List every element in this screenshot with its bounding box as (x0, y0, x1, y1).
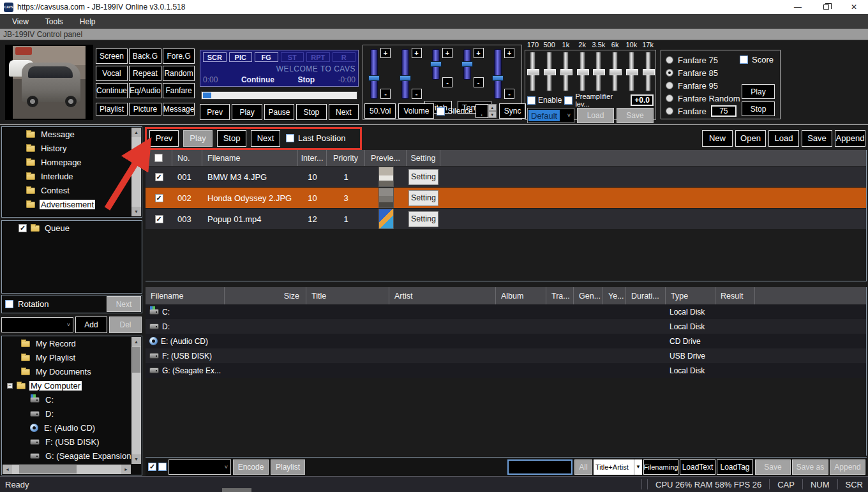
col-setting[interactable]: Setting (407, 150, 440, 166)
search-all-button[interactable]: All (574, 459, 592, 475)
col-interval[interactable]: Inter... (298, 150, 327, 166)
tree-item-my-documents[interactable]: My Documents (2, 364, 142, 378)
col-year[interactable]: Ye... (603, 287, 626, 304)
vol50-plus-button[interactable]: + (380, 48, 391, 58)
col-track[interactable]: Tra... (546, 287, 574, 304)
tree-item-drive-g[interactable]: G: (Seagate Expansion (2, 449, 142, 463)
playlist-append-button[interactable]: Append (835, 130, 865, 147)
loadtext-button[interactable]: LoadText (680, 459, 715, 475)
col-duration[interactable]: Durati... (626, 287, 666, 304)
playlist-open-button[interactable]: Open (735, 130, 766, 147)
seek-bar[interactable] (201, 91, 357, 100)
col-type[interactable]: Type (666, 287, 715, 304)
eq-band-3-slider[interactable] (563, 52, 569, 91)
col-genre[interactable]: Gen... (574, 287, 603, 304)
fanfare-random-radio[interactable] (666, 94, 673, 102)
file-save-button[interactable]: Save (755, 459, 791, 475)
tempo-minus-button[interactable]: - (474, 77, 484, 87)
prev-button[interactable]: Prev (200, 104, 230, 120)
category-tree-scrollbar[interactable]: ▲ ▼ (131, 128, 141, 216)
tempo-plus-button[interactable]: + (474, 48, 484, 58)
queue-item[interactable]: ✓ Queue (2, 221, 142, 235)
fanfare-custom-radio[interactable] (666, 107, 673, 115)
col-filename[interactable]: Filename (202, 150, 298, 166)
setting-button[interactable]: Setting (408, 190, 438, 206)
sidebar-item-interlude[interactable]: Interlude (2, 169, 142, 183)
preamplifier-checkbox[interactable] (564, 96, 572, 105)
scroll-right-icon[interactable]: ► (121, 465, 131, 474)
close-button[interactable]: ✕ (840, 0, 868, 14)
background-button[interactable]: Back.G (129, 48, 161, 64)
seek-thumb[interactable] (203, 93, 211, 98)
col-artist[interactable]: Artist (389, 287, 496, 304)
scroll-down-icon[interactable]: ▼ (131, 207, 141, 216)
tree-item-my-playlist[interactable]: My Playlist (2, 350, 142, 364)
vocal-button[interactable]: Vocal (96, 66, 128, 81)
minimize-button[interactable]: — (784, 0, 812, 14)
scroll-down-icon[interactable]: ▼ (131, 454, 141, 464)
eq-load-button[interactable]: Load (577, 108, 614, 123)
eq-band-6-slider[interactable] (612, 52, 618, 91)
repeat-button[interactable]: Repeat (129, 66, 161, 81)
volume-minus-button[interactable]: - (412, 89, 422, 99)
pitch-minus-button[interactable]: - (442, 77, 453, 87)
tree-item-drive-c[interactable]: C: (2, 392, 142, 406)
col-no[interactable]: No. (172, 150, 202, 166)
encode-button[interactable]: Encode (233, 459, 269, 475)
volume-slider[interactable] (401, 49, 409, 99)
eq-enable-checkbox[interactable] (527, 96, 535, 105)
score-checkbox[interactable] (740, 56, 748, 64)
next-button[interactable]: Next (329, 104, 359, 120)
tempo-slider[interactable] (463, 49, 471, 80)
last-position-checkbox[interactable] (286, 134, 294, 142)
eq-band-2-slider[interactable] (546, 52, 552, 91)
continue-button[interactable]: Continue (96, 83, 128, 98)
playlist-load-button[interactable]: Load (768, 130, 799, 147)
message-button[interactable]: Message (163, 103, 195, 116)
menu-view[interactable]: View (4, 14, 37, 29)
playlist-next-button[interactable]: Next (251, 130, 280, 147)
playlist-stop-button[interactable]: Stop (217, 130, 246, 147)
eq-band-7-slider[interactable] (629, 52, 634, 91)
spinner-up-icon[interactable]: ▲ (488, 104, 497, 111)
tree-item-drive-f[interactable]: F: (USB DISK) (2, 435, 142, 449)
col-priority[interactable]: Priority (327, 150, 365, 166)
foreground-button[interactable]: Fore.G (163, 48, 195, 64)
rotation-checkbox[interactable] (5, 300, 13, 308)
restore-button[interactable] (812, 0, 840, 14)
file-row-drive-g[interactable]: G: (Seagate Ex... Local Disk (146, 363, 866, 378)
pause-button[interactable]: Pause (264, 104, 294, 120)
sidebar-item-history[interactable]: History (2, 141, 142, 155)
computer-tree-hscrollbar[interactable]: ◄ ► (3, 465, 131, 474)
encode-format-dropdown[interactable]: ˅ (168, 459, 231, 475)
row-checkbox[interactable]: ✓ (155, 215, 163, 223)
row-checkbox[interactable]: ✓ (155, 173, 163, 181)
silence-spinner[interactable]: . ▲ ▼ (475, 104, 497, 118)
del-button[interactable]: Del (109, 317, 142, 333)
fanfare-value-input[interactable]: 75 (711, 105, 737, 117)
queue-checkbox[interactable]: ✓ (19, 224, 27, 232)
stop-button[interactable]: Stop (296, 104, 326, 120)
col-title[interactable]: Title (306, 287, 389, 304)
eq-preset-dropdown[interactable]: Default ˅ (527, 108, 574, 123)
sidebar-item-advertisement[interactable]: Advertisement (2, 197, 142, 211)
screen-button[interactable]: Screen (96, 48, 128, 64)
file-row-drive-d[interactable]: D: Local Disk (146, 319, 866, 334)
playlist-new-button[interactable]: New (702, 130, 733, 147)
file-saveas-button[interactable]: Save as (792, 459, 828, 475)
picture-button[interactable]: Picture (129, 103, 161, 116)
sync-plus-button[interactable]: + (504, 48, 514, 58)
playlist-play-button[interactable]: Play (183, 130, 213, 147)
scroll-up-icon[interactable]: ▲ (131, 337, 141, 347)
playlist-prev-button[interactable]: Prev (149, 130, 179, 147)
select-all-checkbox[interactable] (154, 154, 163, 162)
vol50-slider[interactable] (370, 49, 378, 99)
eq-audio-button[interactable]: Eq/Audio (129, 83, 161, 98)
scroll-up-icon[interactable]: ▲ (131, 128, 141, 137)
tree-item-drive-d[interactable]: D: (2, 406, 142, 421)
eq-save-button[interactable]: Save (617, 108, 654, 123)
vol50-minus-button[interactable]: - (380, 89, 391, 99)
col-result[interactable]: Result (715, 287, 755, 304)
fanfare-95-radio[interactable] (666, 82, 673, 89)
rotation-next-button[interactable]: Next (107, 296, 141, 312)
